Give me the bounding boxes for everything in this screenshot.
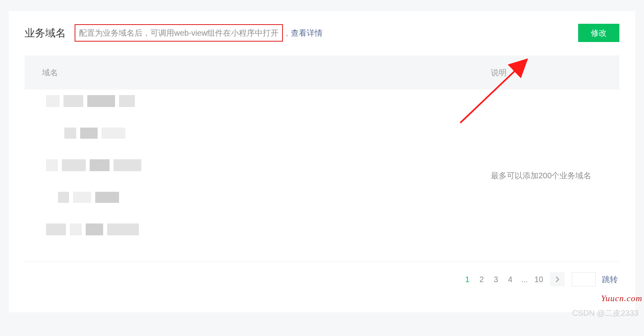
view-details-text: 查看详情: [291, 28, 323, 38]
section-header: 业务域名 配置为业务域名后，可调用web-view组件在小程序中打开 ， 查看详…: [25, 24, 619, 42]
page-jump-input[interactable]: [572, 272, 596, 286]
table-body: 最多可以添加200个业务域名: [25, 90, 619, 262]
page-number-2[interactable]: 2: [477, 275, 486, 284]
page-number-10[interactable]: 10: [534, 275, 543, 284]
page-next-button[interactable]: [550, 272, 565, 286]
domain-limit-note: 最多可以添加200个业务域名: [491, 90, 619, 262]
chevron-right-icon: [556, 277, 559, 282]
page-number-3[interactable]: 3: [492, 275, 500, 284]
section-title: 业务域名: [25, 26, 66, 40]
table-header: 域名 说明: [25, 55, 619, 90]
column-header-domain: 域名: [42, 67, 491, 78]
modify-button[interactable]: 修改: [578, 24, 619, 42]
section-description-highlight: 配置为业务域名后，可调用web-view组件在小程序中打开: [75, 24, 283, 42]
table-row: [58, 192, 491, 203]
table-row: [46, 159, 491, 171]
view-details-link[interactable]: ， 查看详情: [283, 28, 323, 38]
page-number-4[interactable]: 4: [506, 275, 515, 284]
watermark-yuucn: Yuucn.com: [601, 293, 642, 304]
domain-list: [25, 90, 491, 262]
table-row: [46, 95, 491, 107]
watermark-csdn: CSDN @二皮2333: [572, 308, 638, 319]
column-header-description: 说明: [491, 67, 602, 78]
page-ellipsis: ...: [520, 275, 529, 284]
page-jump-button[interactable]: 跳转: [602, 274, 618, 285]
table-row: [64, 128, 491, 139]
table-row: [46, 223, 491, 235]
pagination: 1 2 3 4 ... 10 跳转: [25, 262, 619, 286]
page-number-1[interactable]: 1: [463, 275, 472, 284]
business-domain-card: 业务域名 配置为业务域名后，可调用web-view组件在小程序中打开 ， 查看详…: [9, 11, 635, 312]
